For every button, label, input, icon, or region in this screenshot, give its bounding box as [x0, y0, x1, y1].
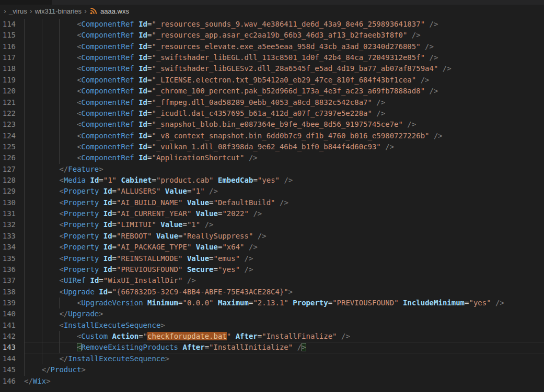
line-number[interactable]: 131 — [0, 208, 24, 219]
code-line[interactable]: 135<Property Id="REINSTALLMODE" Value="e… — [0, 253, 544, 264]
code-line-content[interactable]: </Product> — [24, 364, 544, 375]
code-line-content[interactable]: <ComponentRef Id="_chrome_100_percent.pa… — [24, 86, 544, 97]
code-line-content[interactable]: </Feature> — [24, 164, 544, 175]
code-line-content[interactable]: <ComponentRef Id="_ffmpeg.dll_0ad58289_0… — [24, 97, 544, 108]
code-line-content[interactable]: <UIRef Id="WixUI_InstallDir" /> — [24, 275, 544, 286]
code-line[interactable]: 120<ComponentRef Id="_chrome_100_percent… — [0, 86, 544, 97]
line-number[interactable]: 121 — [0, 97, 24, 108]
code-line-content[interactable]: <Media Id="1" Cabinet="product.cab" Embe… — [24, 175, 544, 186]
code-line[interactable]: 141<InstallExecuteSequence> — [0, 320, 544, 331]
line-number[interactable]: 139 — [0, 298, 24, 308]
code-line[interactable]: 142<Custom Action="checkforupdate.bat" A… — [0, 331, 544, 342]
code-line[interactable]: 128<Media Id="1" Cabinet="product.cab" E… — [0, 175, 544, 186]
code-line[interactable]: 133<Property Id="REBOOT" Value="ReallySu… — [0, 231, 544, 242]
code-line-content[interactable]: <Property Id="AI_BUILD_NAME" Value="Defa… — [24, 197, 544, 208]
code-line[interactable]: 144</InstallExecuteSequence> — [0, 353, 544, 364]
code-line-content[interactable]: <Property Id="REINSTALLMODE" Value="emus… — [24, 253, 544, 264]
code-line-content[interactable]: <RemoveExistingProducts After="InstallIn… — [24, 342, 544, 353]
line-number[interactable]: 117 — [0, 52, 24, 63]
code-line-content[interactable]: <Property Id="PREVIOUSFOUND" Secure="yes… — [24, 264, 544, 275]
code-line[interactable]: 130<Property Id="AI_BUILD_NAME" Value="D… — [0, 197, 544, 208]
line-number[interactable]: 122 — [0, 108, 24, 119]
line-number[interactable]: 142 — [0, 331, 24, 342]
line-number[interactable]: 123 — [0, 119, 24, 130]
code-line[interactable]: 118<ComponentRef Id="_swiftshader_libGLE… — [0, 63, 544, 74]
code-line[interactable]: 114<ComponentRef Id="_resources_sounds_9… — [0, 19, 544, 30]
code-line[interactable]: 116<ComponentRef Id="_resources_elevate.… — [0, 41, 544, 52]
code-line-content[interactable]: <ComponentRef Id="_snapshot_blob.bin_e08… — [24, 119, 544, 130]
code-line-content[interactable]: <Property Id="REBOOT" Value="ReallySuppr… — [24, 231, 544, 242]
code-line[interactable]: 122<ComponentRef Id="_icudtl.dat_c435769… — [0, 108, 544, 119]
code-line[interactable]: 139<UpgradeVersion Minimum="0.0.0" Maxim… — [0, 298, 544, 308]
code-line-content[interactable]: <ComponentRef Id="_LICENSE.electron.txt_… — [24, 75, 544, 86]
code-line[interactable]: 136<Property Id="PREVIOUSFOUND" Secure="… — [0, 264, 544, 275]
code-line-content[interactable]: <ComponentRef Id="_icudtl.dat_c4357695_b… — [24, 108, 544, 119]
code-line[interactable]: 125<ComponentRef Id="_vulkan_1.dll_08f39… — [0, 141, 544, 152]
line-number[interactable]: 128 — [0, 175, 24, 186]
code-line[interactable]: 127</Feature> — [0, 164, 544, 175]
code-line[interactable]: 140</Upgrade> — [0, 308, 544, 319]
breadcrumb-item-folder[interactable]: wix311-binaries — [35, 7, 82, 15]
line-number[interactable]: 124 — [0, 130, 24, 141]
code-line[interactable]: 143<RemoveExistingProducts After="Instal… — [0, 342, 544, 353]
breadcrumb-item-folder[interactable]: _virus — [9, 7, 27, 15]
line-number[interactable]: 127 — [0, 164, 24, 175]
code-line[interactable]: 124<ComponentRef Id="_v8_context_snapsho… — [0, 130, 544, 141]
line-number[interactable]: 136 — [0, 264, 24, 275]
line-number[interactable]: 119 — [0, 75, 24, 86]
code-line[interactable]: 117<ComponentRef Id="_swiftshader_libEGL… — [0, 52, 544, 63]
line-number[interactable]: 144 — [0, 353, 24, 364]
code-line-content[interactable]: <Property Id="AI_PACKAGE_TYPE" Value="x6… — [24, 242, 544, 253]
line-number[interactable]: 141 — [0, 320, 24, 331]
code-line-content[interactable]: <Property Id="LIMITUI" Value="1" /> — [24, 219, 544, 230]
line-number[interactable]: 116 — [0, 41, 24, 52]
line-number[interactable]: 143 — [0, 342, 24, 353]
line-number[interactable]: 126 — [0, 152, 24, 163]
code-line-content[interactable]: </Wix> — [24, 376, 544, 387]
line-number[interactable]: 146 — [0, 376, 24, 387]
code-line-content[interactable]: <ComponentRef Id="_resources_app.asar_ec… — [24, 30, 544, 41]
code-line[interactable]: 146</Wix> — [0, 376, 544, 387]
code-line-content[interactable]: <ComponentRef Id="_swiftshader_libEGL.dl… — [24, 52, 544, 63]
code-line-content[interactable]: <Property Id="ALLUSERS" Value="1" /> — [24, 186, 544, 197]
code-line-content[interactable]: <ComponentRef Id="_resources_elevate.exe… — [24, 41, 544, 52]
code-line[interactable]: 129<Property Id="ALLUSERS" Value="1" /> — [0, 186, 544, 197]
line-number[interactable]: 132 — [0, 219, 24, 230]
line-number[interactable]: 130 — [0, 197, 24, 208]
code-line-content[interactable]: <UpgradeVersion Minimum="0.0.0" Maximum=… — [24, 298, 544, 308]
line-number[interactable]: 115 — [0, 30, 24, 41]
line-number[interactable]: 114 — [0, 19, 24, 30]
line-number[interactable]: 133 — [0, 231, 24, 242]
code-line[interactable]: 119<ComponentRef Id="_LICENSE.electron.t… — [0, 75, 544, 86]
code-line-content[interactable]: <ComponentRef Id="_v8_context_snapshot.b… — [24, 130, 544, 141]
code-line-content[interactable]: </Upgrade> — [24, 308, 544, 319]
code-line-content[interactable]: <Property Id="AI_CURRENT_YEAR" Value="20… — [24, 208, 544, 219]
code-line-content[interactable]: <Custom Action="checkforupdate.bat" Afte… — [24, 331, 544, 342]
code-line[interactable]: 137<UIRef Id="WixUI_InstallDir" /> — [0, 275, 544, 286]
line-number[interactable]: 140 — [0, 308, 24, 319]
code-line[interactable]: 121<ComponentRef Id="_ffmpeg.dll_0ad5828… — [0, 97, 544, 108]
line-number[interactable]: 137 — [0, 275, 24, 286]
code-line[interactable]: 123<ComponentRef Id="_snapshot_blob.bin_… — [0, 119, 544, 130]
code-line[interactable]: 134<Property Id="AI_PACKAGE_TYPE" Value=… — [0, 242, 544, 253]
code-line[interactable]: 131<Property Id="AI_CURRENT_YEAR" Value=… — [0, 208, 544, 219]
code-line-content[interactable]: <ComponentRef Id="_vulkan_1.dll_08f398da… — [24, 141, 544, 152]
line-number[interactable]: 125 — [0, 141, 24, 152]
code-line-content[interactable]: </InstallExecuteSequence> — [24, 353, 544, 364]
line-number[interactable]: 135 — [0, 253, 24, 264]
code-line[interactable]: 115<ComponentRef Id="_resources_app.asar… — [0, 30, 544, 41]
code-line-content[interactable]: <ComponentRef Id="_resources_sounds_9.wa… — [24, 19, 544, 30]
code-line-content[interactable]: <InstallExecuteSequence> — [24, 320, 544, 331]
line-number[interactable]: 138 — [0, 287, 24, 298]
breadcrumb-item-file[interactable]: aaaa.wxs — [100, 7, 129, 15]
line-number[interactable]: 129 — [0, 186, 24, 197]
code-line-content[interactable]: <ComponentRef Id="ApplicationShortcut" /… — [24, 152, 544, 163]
code-line[interactable]: 145</Product> — [0, 364, 544, 375]
code-line[interactable]: 138<Upgrade Id="{667832D5-32C9-4BB4-ABFE… — [0, 287, 544, 298]
line-number[interactable]: 120 — [0, 86, 24, 97]
code-line-content[interactable]: <Upgrade Id="{667832D5-32C9-4BB4-ABFE-75… — [24, 287, 544, 298]
line-number[interactable]: 145 — [0, 364, 24, 375]
code-line[interactable]: 132<Property Id="LIMITUI" Value="1" /> — [0, 219, 544, 230]
code-line-content[interactable]: <ComponentRef Id="_swiftshader_libGLESv2… — [24, 63, 544, 74]
line-number[interactable]: 134 — [0, 242, 24, 253]
